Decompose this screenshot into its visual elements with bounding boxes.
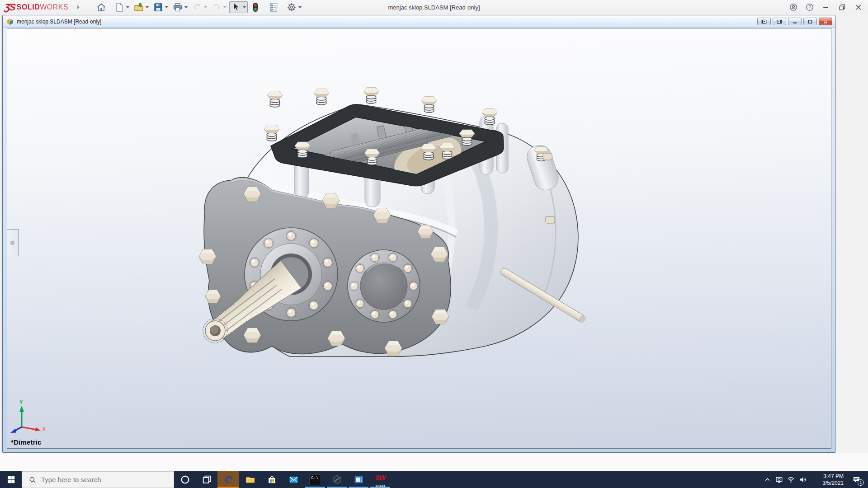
quick-access-toolbar bbox=[94, 1, 304, 13]
taskbar-file-explorer[interactable] bbox=[239, 471, 261, 488]
minimize-button[interactable] bbox=[819, 1, 833, 13]
taskbar-clock[interactable]: 3:47 PM 3/5/2021 bbox=[811, 473, 844, 487]
help-icon bbox=[805, 3, 814, 12]
app-window-controls bbox=[787, 0, 865, 14]
screen: ƷS SOLIDWORKS menjac sklop.SLDASM [Read-… bbox=[0, 0, 868, 488]
account-icon bbox=[789, 3, 798, 12]
command-prompt-glyph: C:\ bbox=[311, 476, 318, 480]
taskbar-hexagon-app[interactable] bbox=[326, 471, 348, 488]
file-explorer-icon bbox=[245, 474, 256, 485]
account-button[interactable] bbox=[787, 1, 800, 13]
redo-button[interactable] bbox=[210, 1, 228, 13]
print-icon bbox=[172, 2, 183, 13]
taskbar-apps: C:\SW2021 bbox=[174, 471, 391, 488]
doc-minimize-icon bbox=[791, 19, 798, 24]
doc-pane-toggle-right-button[interactable] bbox=[773, 18, 786, 25]
undo-dropdown-arrow-icon[interactable] bbox=[203, 6, 208, 9]
search-input[interactable] bbox=[41, 476, 159, 483]
options-dropdown-arrow-icon[interactable] bbox=[298, 6, 302, 9]
taskbar: C:\SW2021 3:47 PM 3/5/2021 1 bbox=[0, 471, 868, 488]
gearbox-assembly-model: Y X bbox=[7, 28, 831, 449]
taskbar-command-prompt[interactable]: C:\ bbox=[304, 471, 326, 488]
taskbar-media-window-app[interactable] bbox=[348, 471, 369, 488]
restore-button[interactable] bbox=[835, 1, 849, 13]
select-button[interactable] bbox=[229, 1, 248, 13]
home-icon bbox=[96, 2, 107, 13]
new-document-button[interactable] bbox=[113, 1, 131, 13]
open-dropdown-arrow-icon[interactable] bbox=[145, 6, 149, 9]
flyout-arrow-icon bbox=[76, 5, 80, 10]
tray-wifi[interactable] bbox=[785, 471, 797, 488]
undo-button[interactable] bbox=[190, 1, 209, 13]
taskbar-mail[interactable] bbox=[283, 471, 304, 488]
props-icon bbox=[268, 2, 279, 13]
doc-restore-button[interactable] bbox=[803, 18, 817, 25]
file-properties-button[interactable] bbox=[267, 1, 280, 13]
help-button[interactable] bbox=[803, 1, 816, 13]
mail-icon bbox=[288, 474, 299, 485]
command-prompt-icon: C:\ bbox=[309, 474, 321, 485]
tray-display-sync[interactable] bbox=[773, 471, 785, 488]
brand-works: WORKS bbox=[40, 3, 68, 11]
taskbar-microsoft-store[interactable] bbox=[261, 471, 283, 488]
media-window-app-icon bbox=[353, 474, 364, 485]
doc-minimize-button[interactable] bbox=[788, 18, 802, 25]
open-icon bbox=[133, 2, 144, 13]
volume-icon bbox=[798, 475, 807, 484]
view-orientation-label: *Dimetric bbox=[11, 438, 42, 446]
undo-icon bbox=[192, 2, 203, 13]
restore-icon bbox=[838, 3, 847, 12]
close-icon bbox=[854, 3, 863, 12]
document-window: menjac sklop.SLDASM [Read-only] bbox=[2, 15, 835, 453]
doc-pane-toggle-left-button[interactable] bbox=[757, 18, 771, 25]
doc-restore-icon bbox=[807, 19, 814, 24]
print-button[interactable] bbox=[171, 1, 189, 13]
minimize-icon bbox=[821, 3, 830, 12]
taskbar-search[interactable] bbox=[22, 471, 174, 488]
open-button[interactable] bbox=[132, 1, 151, 13]
taskbar-solidworks-2021[interactable]: SW2021 bbox=[369, 471, 391, 488]
select-icon bbox=[231, 2, 241, 13]
graphics-viewport[interactable]: Y X *Dimetric bbox=[7, 28, 831, 449]
tray-volume[interactable] bbox=[797, 471, 808, 488]
print-dropdown-arrow-icon[interactable] bbox=[184, 6, 188, 9]
app-titlebar[interactable]: ƷS SOLIDWORKS menjac sklop.SLDASM [Read-… bbox=[0, 0, 868, 14]
taskbar-task-view[interactable] bbox=[196, 471, 217, 488]
options-button[interactable] bbox=[285, 1, 303, 13]
solidworks-logo: ƷS SOLIDWORKS bbox=[5, 2, 68, 13]
solidworks-ds-glyph: ƷS bbox=[4, 2, 15, 13]
collapsed-panel-tab[interactable] bbox=[7, 229, 19, 256]
document-titlebar[interactable]: menjac sklop.SLDASM [Read-only] bbox=[3, 15, 835, 28]
hidden-icons-chevron-icon bbox=[763, 475, 772, 484]
save-button[interactable] bbox=[151, 1, 170, 13]
new-icon bbox=[114, 2, 125, 13]
save-dropdown-arrow-icon[interactable] bbox=[165, 6, 169, 9]
microsoft-edge-icon bbox=[223, 474, 234, 485]
rebuild-icon bbox=[250, 2, 261, 13]
tray-hidden-icons-chevron[interactable] bbox=[761, 471, 773, 488]
doc-close-button[interactable] bbox=[819, 18, 832, 25]
close-button[interactable] bbox=[852, 1, 865, 13]
doc-pane-toggle-right-icon bbox=[776, 19, 783, 24]
wifi-icon bbox=[787, 475, 795, 484]
tray-icons bbox=[761, 471, 808, 488]
redo-dropdown-arrow-icon[interactable] bbox=[223, 6, 227, 9]
document-title-group: menjac sklop.SLDASM [Read-only] bbox=[6, 18, 101, 25]
notification-badge: 1 bbox=[858, 479, 864, 486]
taskbar-cortana[interactable] bbox=[174, 471, 196, 488]
start-button[interactable] bbox=[0, 471, 22, 488]
status-strip bbox=[0, 453, 868, 471]
rebuild-button[interactable] bbox=[249, 1, 262, 13]
sw-logo-text: SW bbox=[373, 474, 387, 481]
new-document-dropdown-arrow-icon[interactable] bbox=[126, 6, 130, 9]
taskbar-microsoft-edge[interactable] bbox=[217, 471, 239, 488]
menu-flyout-arrow[interactable] bbox=[76, 4, 83, 10]
search-icon bbox=[28, 476, 37, 484]
home-button[interactable] bbox=[94, 1, 108, 13]
triad-x-label: X bbox=[42, 427, 46, 432]
action-center-button[interactable]: 1 bbox=[848, 471, 864, 488]
windows-start-icon bbox=[6, 475, 16, 484]
select-dropdown-arrow-icon[interactable] bbox=[242, 6, 246, 9]
task-view-icon bbox=[201, 474, 212, 485]
clock-date: 3/5/2021 bbox=[811, 480, 844, 487]
